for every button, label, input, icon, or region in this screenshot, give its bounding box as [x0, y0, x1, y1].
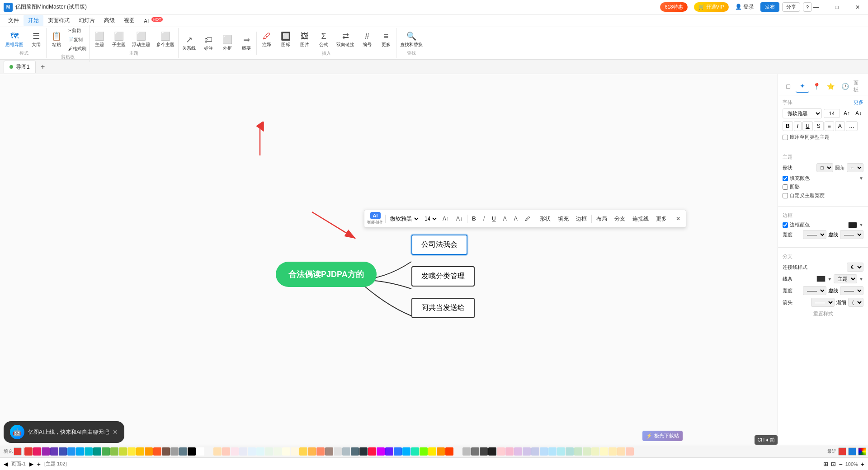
border-color-chk[interactable] — [783, 222, 788, 228]
panel-tab-shape[interactable]: □ — [782, 80, 795, 93]
more-insert-btn[interactable]: ≡ 更多 — [377, 30, 395, 49]
border-width-select[interactable]: —— — [803, 230, 826, 239]
color-swatch[interactable] — [454, 447, 462, 456]
color-swatch[interactable] — [557, 447, 565, 456]
corner-select[interactable]: ⌐ — [847, 163, 863, 172]
custom-width-chk[interactable] — [783, 193, 788, 198]
central-node[interactable]: 合法偶读PJDPA方的 — [276, 262, 377, 287]
minimize-btn[interactable]: — — [806, 0, 826, 14]
mindmap-btn[interactable]: 🗺 思维导图 — [3, 30, 26, 49]
color-swatch[interactable] — [497, 447, 505, 456]
panel-tab-style[interactable]: ✦ — [796, 80, 809, 93]
color-swatch[interactable] — [136, 447, 144, 456]
page-nav-left[interactable]: ◀ — [4, 461, 8, 467]
underline-btn[interactable]: U — [489, 214, 499, 223]
color-swatch[interactable] — [325, 447, 333, 456]
panel-more-format-btn[interactable]: … — [846, 121, 858, 131]
apply-same-type-chk[interactable] — [783, 135, 788, 140]
border-dash-select[interactable]: —— — [840, 230, 863, 239]
color-swatch[interactable] — [265, 447, 273, 456]
maximize-btn[interactable]: □ — [826, 0, 847, 14]
recent-color-1[interactable] — [838, 447, 846, 456]
share-btn[interactable]: 分享 — [782, 2, 800, 12]
color-swatch[interactable] — [153, 447, 161, 456]
tab-diagram1[interactable]: 导图1 — [4, 61, 36, 73]
color-swatch[interactable] — [42, 447, 50, 456]
color-swatch[interactable] — [514, 447, 522, 456]
color-swatch[interactable] — [334, 447, 342, 456]
color-swatch[interactable] — [420, 447, 428, 456]
border-color-dot[interactable] — [848, 222, 857, 228]
color-swatch[interactable] — [437, 447, 445, 456]
panel-italic-btn[interactable]: I — [794, 121, 802, 131]
color-swatch[interactable] — [110, 447, 118, 456]
color-swatch[interactable] — [385, 447, 393, 456]
find-replace-btn[interactable]: 🔍 查找和替换 — [397, 30, 425, 49]
font-family-select[interactable]: 微软雅黑 — [387, 214, 420, 223]
menu-start[interactable]: 开始 — [24, 15, 43, 26]
ai-avatar[interactable]: 🤖 — [10, 425, 24, 439]
color-swatch[interactable] — [471, 447, 479, 456]
bold-btn[interactable]: B — [469, 214, 479, 223]
more-ft-btn[interactable]: 更多 — [653, 214, 670, 224]
branch-node-1[interactable]: 公司法我会 — [411, 235, 467, 255]
frame-btn[interactable]: ⬜ 外框 — [218, 33, 236, 53]
color-swatch[interactable] — [445, 447, 453, 456]
color-swatch[interactable] — [127, 447, 136, 456]
login-btn[interactable]: 👤 登录 — [735, 3, 754, 11]
color-swatch[interactable] — [428, 447, 436, 456]
italic-btn[interactable]: I — [481, 214, 487, 223]
color-swatch[interactable] — [102, 447, 110, 456]
highlight-btn[interactable]: 🖊 — [522, 214, 533, 223]
chat-close-btn[interactable]: ✕ — [113, 428, 118, 436]
paste-btn[interactable]: 📋 粘贴 — [47, 30, 66, 49]
panel-underline-btn[interactable]: U — [802, 121, 813, 131]
color-swatch[interactable] — [205, 447, 213, 456]
color-swatch[interactable] — [24, 447, 33, 456]
color-swatch[interactable] — [256, 447, 264, 456]
color-swatch[interactable] — [119, 447, 127, 456]
color-swatch[interactable] — [377, 447, 385, 456]
color-swatch[interactable] — [231, 447, 239, 456]
color-swatch[interactable] — [351, 447, 359, 456]
summary-btn[interactable]: ⇒ 概要 — [237, 33, 255, 53]
panel-align-btn[interactable]: ≡ — [825, 121, 834, 131]
panel-font-smaller[interactable]: A↓ — [854, 109, 863, 118]
publish-btn[interactable]: 发布 — [760, 2, 779, 12]
color-swatch[interactable] — [67, 447, 75, 456]
color-picker-btn[interactable] — [858, 447, 866, 456]
menu-ai[interactable]: AI HOT — [139, 15, 167, 26]
page-nav-right[interactable]: ▶ — [29, 461, 33, 467]
note-btn[interactable]: 🖊 注释 — [258, 30, 276, 49]
color-swatch[interactable] — [145, 447, 153, 456]
color-swatch[interactable] — [308, 447, 316, 456]
ai-create-btn[interactable]: AI — [370, 212, 381, 219]
theme-btn[interactable]: ⬜ 主题 — [90, 30, 108, 49]
fill-color-chk[interactable] — [783, 176, 788, 181]
font-color-btn[interactable]: A — [511, 214, 520, 223]
color-swatch[interactable] — [59, 447, 67, 456]
sub-theme-btn[interactable]: ⬜ 子主题 — [109, 30, 128, 49]
canvas[interactable]: AI 智能创作 微软雅黑 14 A↑ A↓ B I U A A 🖊 形状 填充 … — [0, 74, 778, 445]
color-swatch[interactable] — [274, 447, 282, 456]
fill-color-dropdown[interactable]: ▼ — [859, 176, 863, 181]
bilink-btn[interactable]: ⇄ 双向链接 — [334, 30, 357, 49]
color-swatch[interactable] — [531, 447, 539, 456]
menu-advanced[interactable]: 高级 — [99, 15, 119, 26]
color-swatch[interactable] — [626, 447, 634, 456]
color-swatch[interactable] — [196, 447, 204, 456]
layout-btn[interactable]: 布局 — [594, 214, 610, 224]
color-swatch[interactable] — [179, 447, 187, 456]
open-vip-btn[interactable]: 🛒 开通VIP — [694, 2, 729, 12]
color-swatch[interactable] — [222, 447, 230, 456]
color-swatch[interactable] — [299, 447, 307, 456]
close-ft-btn[interactable]: ✕ — [673, 214, 683, 223]
fit-page-btn[interactable]: ⊞ — [823, 461, 828, 467]
color-swatch[interactable] — [411, 447, 419, 456]
relation-btn[interactable]: ↗ 关系线 — [179, 33, 198, 53]
strike-btn[interactable]: A — [500, 214, 509, 223]
formula-btn[interactable]: Σ 公式 — [315, 30, 333, 49]
color-swatch[interactable] — [617, 447, 625, 456]
zoom-in-btn[interactable]: + — [861, 461, 864, 468]
connect-style-select[interactable]: € — [847, 263, 863, 272]
